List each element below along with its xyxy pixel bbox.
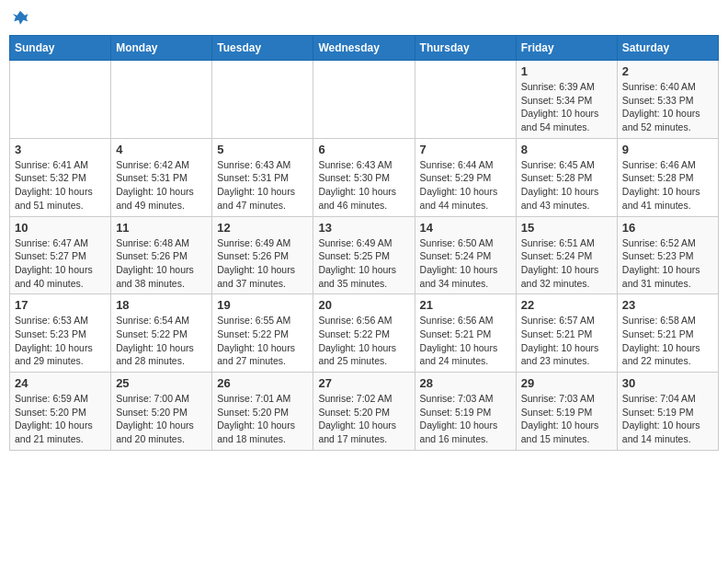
day-number: 13 — [318, 221, 409, 235]
cell-content: Sunrise: 6:56 AMSunset: 5:21 PMDaylight:… — [420, 314, 511, 368]
cell-content: Sunrise: 7:03 AMSunset: 5:19 PMDaylight:… — [521, 392, 612, 446]
calendar-cell: 23Sunrise: 6:58 AMSunset: 5:21 PMDayligh… — [617, 294, 718, 373]
cell-content: Sunrise: 6:40 AMSunset: 5:33 PMDaylight:… — [622, 80, 713, 134]
calendar-cell: 1Sunrise: 6:39 AMSunset: 5:34 PMDaylight… — [516, 61, 617, 139]
cell-content: Sunrise: 6:58 AMSunset: 5:21 PMDaylight:… — [622, 314, 713, 368]
calendar-header-monday: Monday — [111, 36, 212, 61]
calendar-cell: 24Sunrise: 6:59 AMSunset: 5:20 PMDayligh… — [10, 373, 111, 451]
cell-content: Sunrise: 6:53 AMSunset: 5:23 PMDaylight:… — [15, 314, 106, 368]
cell-content: Sunrise: 6:54 AMSunset: 5:22 PMDaylight:… — [116, 314, 207, 368]
calendar-cell: 26Sunrise: 7:01 AMSunset: 5:20 PMDayligh… — [212, 373, 313, 451]
calendar-cell: 22Sunrise: 6:57 AMSunset: 5:21 PMDayligh… — [516, 294, 617, 373]
calendar-cell — [313, 61, 415, 139]
cell-content: Sunrise: 6:41 AMSunset: 5:32 PMDaylight:… — [15, 158, 106, 213]
page-header — [9, 9, 719, 28]
cell-content: Sunrise: 6:46 AMSunset: 5:28 PMDaylight:… — [622, 158, 713, 213]
calendar-table: SundayMondayTuesdayWednesdayThursdayFrid… — [9, 35, 719, 451]
calendar-week-row: 17Sunrise: 6:53 AMSunset: 5:23 PMDayligh… — [10, 294, 719, 373]
calendar-cell: 10Sunrise: 6:47 AMSunset: 5:27 PMDayligh… — [10, 216, 111, 294]
cell-content: Sunrise: 6:44 AMSunset: 5:29 PMDaylight:… — [420, 158, 511, 213]
calendar-cell: 25Sunrise: 7:00 AMSunset: 5:20 PMDayligh… — [111, 373, 212, 451]
calendar-header-thursday: Thursday — [415, 36, 516, 61]
calendar-cell: 9Sunrise: 6:46 AMSunset: 5:28 PMDaylight… — [617, 138, 718, 216]
calendar-cell: 15Sunrise: 6:51 AMSunset: 5:24 PMDayligh… — [516, 216, 617, 294]
day-number: 17 — [15, 298, 106, 312]
cell-content: Sunrise: 6:52 AMSunset: 5:23 PMDaylight:… — [622, 236, 713, 291]
cell-content: Sunrise: 6:51 AMSunset: 5:24 PMDaylight:… — [521, 236, 612, 291]
cell-content: Sunrise: 6:49 AMSunset: 5:25 PMDaylight:… — [318, 236, 409, 291]
cell-content: Sunrise: 6:56 AMSunset: 5:22 PMDaylight:… — [318, 314, 409, 368]
calendar-cell: 12Sunrise: 6:49 AMSunset: 5:26 PMDayligh… — [212, 216, 313, 294]
day-number: 22 — [521, 298, 612, 312]
calendar-cell: 27Sunrise: 7:02 AMSunset: 5:20 PMDayligh… — [313, 373, 415, 451]
calendar-cell: 3Sunrise: 6:41 AMSunset: 5:32 PMDaylight… — [10, 138, 111, 216]
calendar-cell — [111, 61, 212, 139]
day-number: 15 — [521, 221, 612, 235]
cell-content: Sunrise: 6:50 AMSunset: 5:24 PMDaylight:… — [420, 236, 511, 291]
day-number: 7 — [420, 143, 511, 156]
calendar-cell: 2Sunrise: 6:40 AMSunset: 5:33 PMDaylight… — [617, 61, 718, 139]
calendar-cell — [212, 61, 313, 139]
calendar-cell — [415, 61, 516, 139]
day-number: 24 — [15, 376, 106, 390]
day-number: 14 — [420, 221, 511, 235]
calendar-cell: 18Sunrise: 6:54 AMSunset: 5:22 PMDayligh… — [111, 294, 212, 373]
calendar-week-row: 3Sunrise: 6:41 AMSunset: 5:32 PMDaylight… — [10, 138, 719, 216]
cell-content: Sunrise: 7:02 AMSunset: 5:20 PMDaylight:… — [318, 392, 409, 446]
calendar-week-row: 24Sunrise: 6:59 AMSunset: 5:20 PMDayligh… — [10, 373, 719, 451]
calendar-cell: 20Sunrise: 6:56 AMSunset: 5:22 PMDayligh… — [313, 294, 415, 373]
day-number: 3 — [15, 143, 106, 156]
calendar-cell: 14Sunrise: 6:50 AMSunset: 5:24 PMDayligh… — [415, 216, 516, 294]
day-number: 25 — [116, 376, 207, 390]
logo-icon — [11, 9, 29, 28]
calendar-cell: 8Sunrise: 6:45 AMSunset: 5:28 PMDaylight… — [516, 138, 617, 216]
calendar-week-row: 1Sunrise: 6:39 AMSunset: 5:34 PMDaylight… — [10, 61, 719, 139]
cell-content: Sunrise: 6:49 AMSunset: 5:26 PMDaylight:… — [217, 236, 308, 291]
day-number: 19 — [217, 298, 308, 312]
day-number: 21 — [420, 298, 511, 312]
day-number: 20 — [318, 298, 409, 312]
cell-content: Sunrise: 7:03 AMSunset: 5:19 PMDaylight:… — [420, 392, 511, 446]
calendar-header-tuesday: Tuesday — [212, 36, 313, 61]
calendar-cell: 21Sunrise: 6:56 AMSunset: 5:21 PMDayligh… — [415, 294, 516, 373]
day-number: 10 — [15, 221, 106, 235]
calendar-header-wednesday: Wednesday — [313, 36, 415, 61]
calendar-cell: 17Sunrise: 6:53 AMSunset: 5:23 PMDayligh… — [10, 294, 111, 373]
cell-content: Sunrise: 7:01 AMSunset: 5:20 PMDaylight:… — [217, 392, 308, 446]
calendar-cell: 5Sunrise: 6:43 AMSunset: 5:31 PMDaylight… — [212, 138, 313, 216]
cell-content: Sunrise: 6:43 AMSunset: 5:31 PMDaylight:… — [217, 158, 308, 213]
cell-content: Sunrise: 6:55 AMSunset: 5:22 PMDaylight:… — [217, 314, 308, 368]
day-number: 5 — [217, 143, 308, 156]
cell-content: Sunrise: 6:43 AMSunset: 5:30 PMDaylight:… — [318, 158, 409, 213]
day-number: 9 — [622, 143, 713, 156]
day-number: 12 — [217, 221, 308, 235]
calendar-cell: 29Sunrise: 7:03 AMSunset: 5:19 PMDayligh… — [516, 373, 617, 451]
cell-content: Sunrise: 6:59 AMSunset: 5:20 PMDaylight:… — [15, 392, 106, 446]
day-number: 27 — [318, 376, 409, 390]
cell-content: Sunrise: 6:47 AMSunset: 5:27 PMDaylight:… — [15, 236, 106, 291]
cell-content: Sunrise: 7:04 AMSunset: 5:19 PMDaylight:… — [622, 392, 713, 446]
day-number: 4 — [116, 143, 207, 156]
calendar-cell: 4Sunrise: 6:42 AMSunset: 5:31 PMDaylight… — [111, 138, 212, 216]
calendar-header-saturday: Saturday — [617, 36, 718, 61]
calendar-cell: 28Sunrise: 7:03 AMSunset: 5:19 PMDayligh… — [415, 373, 516, 451]
day-number: 16 — [622, 221, 713, 235]
calendar-cell: 30Sunrise: 7:04 AMSunset: 5:19 PMDayligh… — [617, 373, 718, 451]
day-number: 6 — [318, 143, 409, 156]
cell-content: Sunrise: 6:39 AMSunset: 5:34 PMDaylight:… — [521, 80, 612, 134]
calendar-header-friday: Friday — [516, 36, 617, 61]
day-number: 28 — [420, 376, 511, 390]
calendar-cell: 7Sunrise: 6:44 AMSunset: 5:29 PMDaylight… — [415, 138, 516, 216]
day-number: 18 — [116, 298, 207, 312]
cell-content: Sunrise: 6:45 AMSunset: 5:28 PMDaylight:… — [521, 158, 612, 213]
calendar-cell: 13Sunrise: 6:49 AMSunset: 5:25 PMDayligh… — [313, 216, 415, 294]
calendar-week-row: 10Sunrise: 6:47 AMSunset: 5:27 PMDayligh… — [10, 216, 719, 294]
cell-content: Sunrise: 7:00 AMSunset: 5:20 PMDaylight:… — [116, 392, 207, 446]
calendar-cell: 16Sunrise: 6:52 AMSunset: 5:23 PMDayligh… — [617, 216, 718, 294]
calendar-cell: 19Sunrise: 6:55 AMSunset: 5:22 PMDayligh… — [212, 294, 313, 373]
calendar-cell — [10, 61, 111, 139]
day-number: 30 — [622, 376, 713, 390]
cell-content: Sunrise: 6:57 AMSunset: 5:21 PMDaylight:… — [521, 314, 612, 368]
day-number: 26 — [217, 376, 308, 390]
day-number: 8 — [521, 143, 612, 156]
